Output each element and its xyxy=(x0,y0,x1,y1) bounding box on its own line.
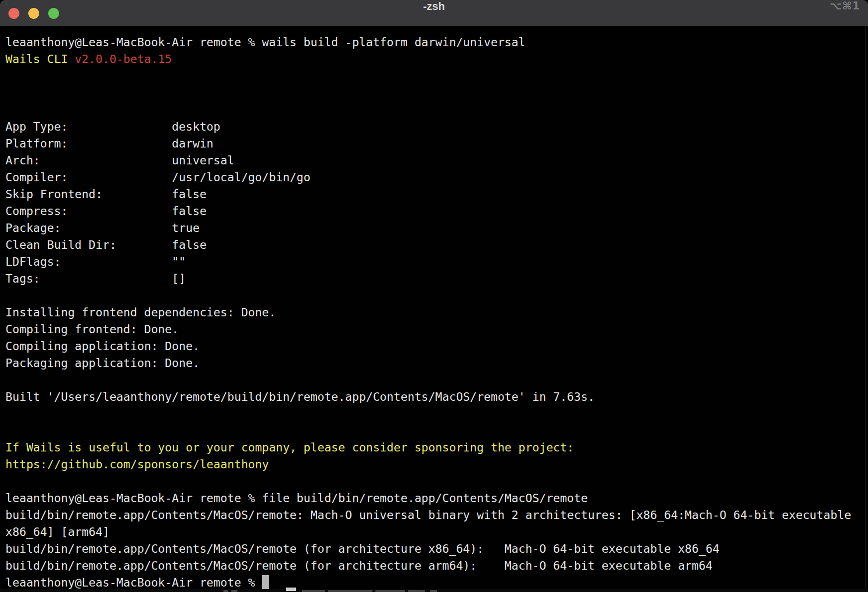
background-window-text-fragment xyxy=(223,590,228,592)
terminal-screen[interactable]: leaanthony@Leas-MacBook-Air remote % wai… xyxy=(0,26,868,589)
terminal-line: Compress: false xyxy=(5,203,868,220)
terminal-line xyxy=(5,422,868,439)
terminal-line xyxy=(5,84,868,101)
background-window-text-fragment xyxy=(408,590,425,592)
terminal-text-segment: Packaging application: Done. xyxy=(5,356,200,370)
terminal-text-segment: App Type: desktop xyxy=(5,120,220,133)
terminal-text-segment: leaanthony@Leas-MacBook-Air remote % xyxy=(5,576,262,589)
terminal-line: x86_64] [arm64] xyxy=(5,523,868,540)
terminal-text-segment: Arch: universal xyxy=(5,153,234,167)
terminal-text-segment: x86_64] [arm64] xyxy=(5,525,109,538)
terminal-line: Installing frontend dependencies: Done. xyxy=(5,304,868,321)
terminal-line: build/bin/remote.app/Contents/MacOS/remo… xyxy=(5,540,868,557)
terminal-line: Built '/Users/leaanthony/remote/build/bi… xyxy=(5,388,868,405)
terminal-line: build/bin/remote.app/Contents/MacOS/remo… xyxy=(5,557,868,574)
background-window-sliver xyxy=(0,589,868,592)
terminal-line: https://github.com/sponsors/leaanthony xyxy=(5,456,868,473)
terminal-text-segment: Compress: false xyxy=(5,204,207,218)
terminal-line: Wails CLI v2.0.0-beta.15 xyxy=(5,51,868,68)
terminal-line xyxy=(5,405,868,422)
terminal-line: Platform: darwin xyxy=(5,135,868,152)
terminal-line: Package: true xyxy=(5,220,868,236)
terminal-text-segment: Wails CLI xyxy=(5,52,75,66)
scrollbar-track[interactable] xyxy=(866,26,866,588)
terminal-text-segment: Installing frontend dependencies: Done. xyxy=(5,305,276,319)
terminal-text-segment: Tags: [] xyxy=(5,272,186,285)
terminal-line: Clean Build Dir: false xyxy=(5,236,868,253)
terminal-text-segment: Built '/Users/leaanthony/remote/build/bi… xyxy=(5,390,595,403)
terminal-text-segment: build/bin/remote.app/Contents/MacOS/remo… xyxy=(5,542,720,555)
terminal-text-segment: v2.0.0-beta.15 xyxy=(75,52,172,66)
background-window-text-fragment xyxy=(375,590,405,592)
terminal-line xyxy=(5,473,868,490)
terminal-text-segment: Clean Build Dir: false xyxy=(5,238,207,251)
terminal-text-segment: build/bin/remote.app/Contents/MacOS/remo… xyxy=(5,508,851,521)
background-window-text-fragment xyxy=(302,590,325,592)
terminal-text-segment: LDFlags: "" xyxy=(5,255,186,268)
terminal-text-segment: Package: true xyxy=(5,221,200,234)
terminal-text-segment: build/bin/remote.app/Contents/MacOS/remo… xyxy=(5,559,713,572)
terminal-line: Packaging application: Done. xyxy=(5,355,868,371)
background-window-text-fragment xyxy=(328,590,372,592)
terminal-text-segment: leaanthony@Leas-MacBook-Air remote % fil… xyxy=(5,491,588,505)
terminal-text-segment: Compiler: /usr/local/go/bin/go xyxy=(5,170,310,184)
terminal-line xyxy=(5,101,868,118)
terminal-line xyxy=(5,68,868,84)
terminal-line: Compiling application: Done. xyxy=(5,338,868,355)
terminal-line: leaanthony@Leas-MacBook-Air remote % xyxy=(5,574,868,589)
terminal-line: App Type: desktop xyxy=(5,118,868,135)
terminal-line: build/bin/remote.app/Contents/MacOS/remo… xyxy=(5,507,868,523)
terminal-line: Arch: universal xyxy=(5,152,868,169)
terminal-line: LDFlags: "" xyxy=(5,253,868,270)
terminal-line: Compiling frontend: Done. xyxy=(5,321,868,338)
background-window-text-fragment xyxy=(231,590,237,592)
terminal-window: -zsh ⌥⌘1 leaanthony@Leas-MacBook-Air rem… xyxy=(0,0,868,589)
background-window-text-fragment xyxy=(430,590,437,592)
terminal-text-segment: Compiling frontend: Done. xyxy=(5,322,179,336)
terminal-line: leaanthony@Leas-MacBook-Air remote % wai… xyxy=(5,34,868,51)
terminal-line: Tags: [] xyxy=(5,270,868,287)
terminal-cursor xyxy=(262,575,269,589)
terminal-line xyxy=(5,371,868,388)
terminal-line: If Wails is useful to you or your compan… xyxy=(5,439,868,456)
terminal-line: Skip Frontend: false xyxy=(5,186,868,203)
titlebar[interactable]: -zsh ⌥⌘1 xyxy=(0,0,868,26)
terminal-text-segment: Compiling application: Done. xyxy=(5,339,200,353)
terminal-line xyxy=(5,287,868,304)
terminal-line: Compiler: /usr/local/go/bin/go xyxy=(5,169,868,186)
terminal-line: leaanthony@Leas-MacBook-Air remote % fil… xyxy=(5,490,868,507)
background-window-cursor-fragment xyxy=(286,588,296,591)
window-title: -zsh xyxy=(0,0,868,26)
terminal-text-segment: If Wails is useful to you or your compan… xyxy=(5,441,574,454)
terminal-text-segment: Skip Frontend: false xyxy=(5,187,207,201)
terminal-text-segment: Platform: darwin xyxy=(5,137,214,150)
tab-keyboard-shortcut: ⌥⌘1 xyxy=(830,0,860,26)
terminal-text-segment: leaanthony@Leas-MacBook-Air remote % wai… xyxy=(5,35,525,49)
terminal-text-segment: https://github.com/sponsors/leaanthony xyxy=(5,457,269,471)
